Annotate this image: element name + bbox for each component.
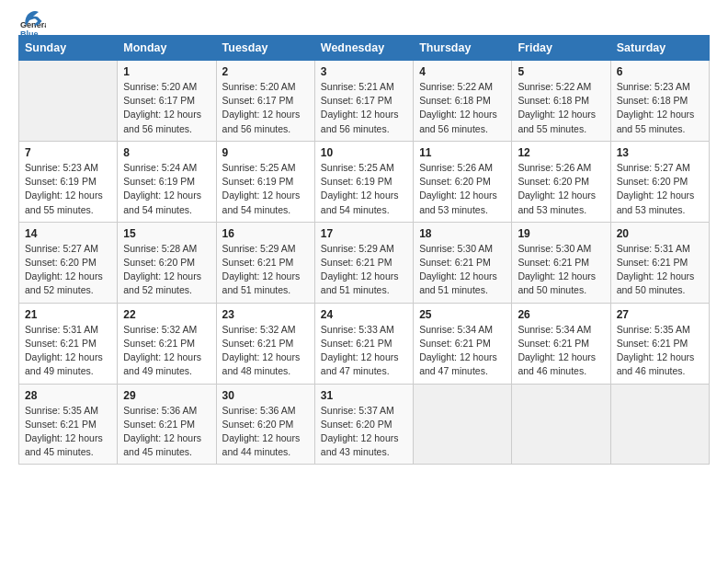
calendar-cell: 5Sunrise: 5:22 AMSunset: 6:18 PMDaylight… <box>512 61 610 142</box>
day-info: Sunrise: 5:21 AMSunset: 6:17 PMDaylight:… <box>321 80 407 136</box>
day-number: 7 <box>25 146 111 159</box>
calendar-cell: 15Sunrise: 5:28 AMSunset: 6:20 PMDayligh… <box>118 222 216 303</box>
day-info: Sunrise: 5:36 AMSunset: 6:21 PMDaylight:… <box>123 404 210 460</box>
day-number: 18 <box>419 227 506 240</box>
logo: General Blue <box>18 17 46 28</box>
day-info: Sunrise: 5:31 AMSunset: 6:21 PMDaylight:… <box>617 242 703 298</box>
day-info: Sunrise: 5:34 AMSunset: 6:21 PMDaylight:… <box>419 323 506 379</box>
page: General Blue <box>0 0 728 563</box>
weekday-header-saturday: Saturday <box>610 36 709 61</box>
day-number: 6 <box>617 65 703 78</box>
calendar-cell: 26Sunrise: 5:34 AMSunset: 6:21 PMDayligh… <box>512 303 610 384</box>
calendar-cell: 9Sunrise: 5:25 AMSunset: 6:19 PMDaylight… <box>216 141 314 222</box>
day-info: Sunrise: 5:26 AMSunset: 6:20 PMDaylight:… <box>419 161 506 217</box>
day-number: 3 <box>321 65 407 78</box>
calendar-cell: 18Sunrise: 5:30 AMSunset: 6:21 PMDayligh… <box>414 222 512 303</box>
calendar-cell: 4Sunrise: 5:22 AMSunset: 6:18 PMDaylight… <box>414 61 512 142</box>
day-number: 4 <box>419 65 506 78</box>
day-number: 2 <box>222 65 309 78</box>
day-info: Sunrise: 5:25 AMSunset: 6:19 PMDaylight:… <box>321 161 407 217</box>
calendar-table: SundayMondayTuesdayWednesdayThursdayFrid… <box>18 35 710 465</box>
day-info: Sunrise: 5:27 AMSunset: 6:20 PMDaylight:… <box>617 161 703 217</box>
day-info: Sunrise: 5:25 AMSunset: 6:19 PMDaylight:… <box>222 161 309 217</box>
calendar-header-row: SundayMondayTuesdayWednesdayThursdayFrid… <box>19 36 710 61</box>
day-number: 26 <box>518 308 604 321</box>
calendar-cell: 16Sunrise: 5:29 AMSunset: 6:21 PMDayligh… <box>216 222 314 303</box>
day-number: 27 <box>617 308 703 321</box>
day-info: Sunrise: 5:23 AMSunset: 6:18 PMDaylight:… <box>617 80 703 136</box>
weekday-header-friday: Friday <box>512 36 610 61</box>
calendar-cell: 23Sunrise: 5:32 AMSunset: 6:21 PMDayligh… <box>216 303 314 384</box>
weekday-header-thursday: Thursday <box>414 36 512 61</box>
day-number: 24 <box>321 308 407 321</box>
day-info: Sunrise: 5:33 AMSunset: 6:21 PMDaylight:… <box>321 323 407 379</box>
day-info: Sunrise: 5:26 AMSunset: 6:20 PMDaylight:… <box>518 161 604 217</box>
weekday-header-tuesday: Tuesday <box>216 36 314 61</box>
day-number: 19 <box>518 227 604 240</box>
day-info: Sunrise: 5:20 AMSunset: 6:17 PMDaylight:… <box>123 80 210 136</box>
day-number: 8 <box>123 146 210 159</box>
day-number: 22 <box>123 308 210 321</box>
calendar-week-row: 7Sunrise: 5:23 AMSunset: 6:19 PMDaylight… <box>19 141 710 222</box>
header: General Blue <box>18 17 710 28</box>
weekday-header-wednesday: Wednesday <box>314 36 413 61</box>
day-info: Sunrise: 5:30 AMSunset: 6:21 PMDaylight:… <box>419 242 506 298</box>
day-number: 12 <box>518 146 604 159</box>
day-number: 21 <box>25 308 111 321</box>
calendar-cell: 7Sunrise: 5:23 AMSunset: 6:19 PMDaylight… <box>19 141 118 222</box>
day-info: Sunrise: 5:32 AMSunset: 6:21 PMDaylight:… <box>222 323 309 379</box>
day-number: 13 <box>617 146 703 159</box>
day-number: 1 <box>123 65 210 78</box>
day-number: 17 <box>321 227 407 240</box>
day-number: 16 <box>222 227 309 240</box>
calendar-cell: 12Sunrise: 5:26 AMSunset: 6:20 PMDayligh… <box>512 141 610 222</box>
day-info: Sunrise: 5:22 AMSunset: 6:18 PMDaylight:… <box>419 80 506 136</box>
day-info: Sunrise: 5:29 AMSunset: 6:21 PMDaylight:… <box>222 242 309 298</box>
day-number: 29 <box>123 389 210 402</box>
calendar-cell: 27Sunrise: 5:35 AMSunset: 6:21 PMDayligh… <box>610 303 709 384</box>
day-info: Sunrise: 5:35 AMSunset: 6:21 PMDaylight:… <box>25 404 111 460</box>
calendar-week-row: 1Sunrise: 5:20 AMSunset: 6:17 PMDaylight… <box>19 61 710 142</box>
day-info: Sunrise: 5:34 AMSunset: 6:21 PMDaylight:… <box>518 323 604 379</box>
calendar-cell: 24Sunrise: 5:33 AMSunset: 6:21 PMDayligh… <box>314 303 413 384</box>
day-info: Sunrise: 5:20 AMSunset: 6:17 PMDaylight:… <box>222 80 309 136</box>
svg-text:Blue: Blue <box>20 29 39 39</box>
calendar-cell: 19Sunrise: 5:30 AMSunset: 6:21 PMDayligh… <box>512 222 610 303</box>
logo-bird-icon <box>20 7 40 28</box>
calendar-cell: 8Sunrise: 5:24 AMSunset: 6:19 PMDaylight… <box>118 141 216 222</box>
day-number: 11 <box>419 146 506 159</box>
calendar-cell: 1Sunrise: 5:20 AMSunset: 6:17 PMDaylight… <box>118 61 216 142</box>
day-info: Sunrise: 5:27 AMSunset: 6:20 PMDaylight:… <box>25 242 111 298</box>
calendar-cell: 2Sunrise: 5:20 AMSunset: 6:17 PMDaylight… <box>216 61 314 142</box>
calendar-cell: 17Sunrise: 5:29 AMSunset: 6:21 PMDayligh… <box>314 222 413 303</box>
day-info: Sunrise: 5:28 AMSunset: 6:20 PMDaylight:… <box>123 242 210 298</box>
day-number: 5 <box>518 65 604 78</box>
calendar-cell: 10Sunrise: 5:25 AMSunset: 6:19 PMDayligh… <box>314 141 413 222</box>
calendar-cell <box>414 384 512 465</box>
day-number: 30 <box>222 389 309 402</box>
calendar-cell: 20Sunrise: 5:31 AMSunset: 6:21 PMDayligh… <box>610 222 709 303</box>
day-info: Sunrise: 5:35 AMSunset: 6:21 PMDaylight:… <box>617 323 703 379</box>
day-number: 20 <box>617 227 703 240</box>
calendar-week-row: 21Sunrise: 5:31 AMSunset: 6:21 PMDayligh… <box>19 303 710 384</box>
calendar-cell: 3Sunrise: 5:21 AMSunset: 6:17 PMDaylight… <box>314 61 413 142</box>
day-number: 14 <box>25 227 111 240</box>
weekday-header-monday: Monday <box>118 36 216 61</box>
day-info: Sunrise: 5:23 AMSunset: 6:19 PMDaylight:… <box>25 161 111 217</box>
calendar-cell: 29Sunrise: 5:36 AMSunset: 6:21 PMDayligh… <box>118 384 216 465</box>
calendar-cell <box>512 384 610 465</box>
calendar-cell: 28Sunrise: 5:35 AMSunset: 6:21 PMDayligh… <box>19 384 118 465</box>
day-number: 25 <box>419 308 506 321</box>
day-info: Sunrise: 5:31 AMSunset: 6:21 PMDaylight:… <box>25 323 111 379</box>
day-info: Sunrise: 5:36 AMSunset: 6:20 PMDaylight:… <box>222 404 309 460</box>
day-number: 9 <box>222 146 309 159</box>
day-info: Sunrise: 5:22 AMSunset: 6:18 PMDaylight:… <box>518 80 604 136</box>
day-number: 15 <box>123 227 210 240</box>
calendar-cell <box>610 384 709 465</box>
calendar-cell: 6Sunrise: 5:23 AMSunset: 6:18 PMDaylight… <box>610 61 709 142</box>
day-info: Sunrise: 5:29 AMSunset: 6:21 PMDaylight:… <box>321 242 407 298</box>
day-info: Sunrise: 5:37 AMSunset: 6:20 PMDaylight:… <box>321 404 407 460</box>
calendar-cell: 22Sunrise: 5:32 AMSunset: 6:21 PMDayligh… <box>118 303 216 384</box>
day-info: Sunrise: 5:30 AMSunset: 6:21 PMDaylight:… <box>518 242 604 298</box>
calendar-cell: 14Sunrise: 5:27 AMSunset: 6:20 PMDayligh… <box>19 222 118 303</box>
